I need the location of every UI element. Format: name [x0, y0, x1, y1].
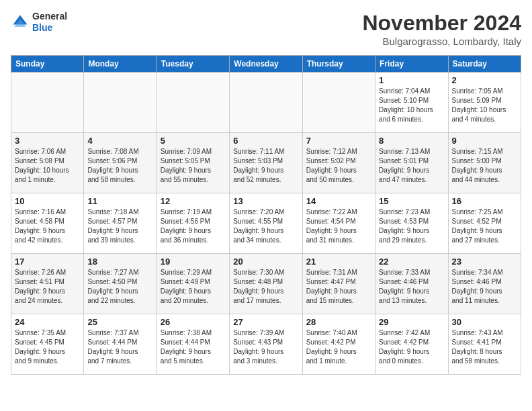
calendar-week-row: 24Sunrise: 7:35 AM Sunset: 4:45 PM Dayli… [11, 314, 521, 375]
day-number: 16 [452, 196, 517, 206]
day-number: 18 [87, 257, 152, 267]
day-info: Sunrise: 7:31 AM Sunset: 4:47 PM Dayligh… [306, 268, 371, 306]
day-info: Sunrise: 7:05 AM Sunset: 5:09 PM Dayligh… [452, 87, 517, 124]
day-number: 27 [233, 317, 298, 327]
calendar-week-row: 3Sunrise: 7:06 AM Sunset: 5:08 PM Daylig… [11, 133, 521, 193]
day-info: Sunrise: 7:25 AM Sunset: 4:52 PM Dayligh… [452, 208, 517, 245]
day-number: 14 [306, 196, 371, 206]
day-info: Sunrise: 7:27 AM Sunset: 4:50 PM Dayligh… [87, 268, 152, 306]
calendar-week-row: 17Sunrise: 7:26 AM Sunset: 4:51 PM Dayli… [11, 254, 521, 314]
day-number: 24 [15, 317, 80, 327]
calendar-day-cell: 18Sunrise: 7:27 AM Sunset: 4:50 PM Dayli… [84, 254, 157, 314]
day-info: Sunrise: 7:15 AM Sunset: 5:00 PM Dayligh… [452, 147, 517, 185]
day-info: Sunrise: 7:11 AM Sunset: 5:03 PM Dayligh… [233, 147, 298, 185]
weekday-header-tuesday: Tuesday [157, 56, 229, 73]
calendar-day-cell: 11Sunrise: 7:18 AM Sunset: 4:57 PM Dayli… [84, 193, 157, 254]
calendar-day-cell [84, 73, 157, 133]
day-info: Sunrise: 7:20 AM Sunset: 4:55 PM Dayligh… [233, 208, 298, 245]
calendar-day-cell: 15Sunrise: 7:23 AM Sunset: 4:53 PM Dayli… [375, 193, 448, 254]
day-info: Sunrise: 7:33 AM Sunset: 4:46 PM Dayligh… [379, 268, 444, 306]
calendar-day-cell: 8Sunrise: 7:13 AM Sunset: 5:01 PM Daylig… [375, 133, 448, 193]
calendar-day-cell: 25Sunrise: 7:37 AM Sunset: 4:44 PM Dayli… [84, 314, 157, 375]
day-number: 28 [306, 317, 371, 327]
month-title: November 2024 [362, 11, 521, 36]
page-header: General Blue November 2024 Bulgarograsso… [11, 11, 521, 47]
calendar-day-cell: 22Sunrise: 7:33 AM Sunset: 4:46 PM Dayli… [375, 254, 448, 314]
weekday-header-monday: Monday [84, 56, 157, 73]
day-info: Sunrise: 7:30 AM Sunset: 4:48 PM Dayligh… [233, 268, 298, 306]
calendar-day-cell: 12Sunrise: 7:19 AM Sunset: 4:56 PM Dayli… [157, 193, 229, 254]
day-number: 5 [161, 136, 226, 146]
logo-icon [11, 13, 30, 32]
calendar-day-cell: 24Sunrise: 7:35 AM Sunset: 4:45 PM Dayli… [11, 314, 84, 375]
day-info: Sunrise: 7:38 AM Sunset: 4:44 PM Dayligh… [161, 328, 226, 366]
calendar-day-cell: 6Sunrise: 7:11 AM Sunset: 5:03 PM Daylig… [230, 133, 302, 193]
day-info: Sunrise: 7:16 AM Sunset: 4:58 PM Dayligh… [15, 208, 80, 245]
calendar-day-cell: 23Sunrise: 7:34 AM Sunset: 4:46 PM Dayli… [448, 254, 521, 314]
calendar-day-cell: 21Sunrise: 7:31 AM Sunset: 4:47 PM Dayli… [302, 254, 375, 314]
calendar-day-cell: 16Sunrise: 7:25 AM Sunset: 4:52 PM Dayli… [448, 193, 521, 254]
calendar-week-row: 10Sunrise: 7:16 AM Sunset: 4:58 PM Dayli… [11, 193, 521, 254]
calendar-day-cell: 30Sunrise: 7:43 AM Sunset: 4:41 PM Dayli… [448, 314, 521, 375]
day-number: 4 [87, 136, 152, 146]
day-number: 8 [379, 136, 444, 146]
calendar-day-cell: 26Sunrise: 7:38 AM Sunset: 4:44 PM Dayli… [157, 314, 229, 375]
calendar-day-cell: 27Sunrise: 7:39 AM Sunset: 4:43 PM Dayli… [230, 314, 302, 375]
day-number: 26 [161, 317, 226, 327]
day-info: Sunrise: 7:34 AM Sunset: 4:46 PM Dayligh… [452, 268, 517, 306]
day-number: 17 [15, 257, 80, 267]
day-number: 11 [87, 196, 152, 206]
weekday-header-friday: Friday [375, 56, 448, 73]
day-info: Sunrise: 7:04 AM Sunset: 5:10 PM Dayligh… [379, 87, 444, 124]
day-info: Sunrise: 7:29 AM Sunset: 4:49 PM Dayligh… [161, 268, 226, 306]
day-info: Sunrise: 7:43 AM Sunset: 4:41 PM Dayligh… [452, 328, 517, 366]
day-info: Sunrise: 7:23 AM Sunset: 4:53 PM Dayligh… [379, 208, 444, 245]
day-number: 2 [452, 75, 517, 85]
calendar-day-cell: 9Sunrise: 7:15 AM Sunset: 5:00 PM Daylig… [448, 133, 521, 193]
calendar-day-cell: 13Sunrise: 7:20 AM Sunset: 4:55 PM Dayli… [230, 193, 302, 254]
day-number: 13 [233, 196, 298, 206]
day-number: 3 [15, 136, 80, 146]
day-info: Sunrise: 7:37 AM Sunset: 4:44 PM Dayligh… [87, 328, 152, 366]
day-number: 25 [87, 317, 152, 327]
calendar-day-cell [157, 73, 229, 133]
day-number: 7 [306, 136, 371, 146]
calendar-day-cell: 28Sunrise: 7:40 AM Sunset: 4:42 PM Dayli… [302, 314, 375, 375]
day-number: 15 [379, 196, 444, 206]
calendar-day-cell: 17Sunrise: 7:26 AM Sunset: 4:51 PM Dayli… [11, 254, 84, 314]
day-info: Sunrise: 7:08 AM Sunset: 5:06 PM Dayligh… [87, 147, 152, 185]
day-number: 29 [379, 317, 444, 327]
calendar-day-cell: 19Sunrise: 7:29 AM Sunset: 4:49 PM Dayli… [157, 254, 229, 314]
day-info: Sunrise: 7:06 AM Sunset: 5:08 PM Dayligh… [15, 147, 80, 185]
calendar-day-cell [302, 73, 375, 133]
day-number: 30 [452, 317, 517, 327]
calendar-day-cell: 5Sunrise: 7:09 AM Sunset: 5:05 PM Daylig… [157, 133, 229, 193]
day-number: 21 [306, 257, 371, 267]
calendar-day-cell: 29Sunrise: 7:42 AM Sunset: 4:42 PM Dayli… [375, 314, 448, 375]
day-info: Sunrise: 7:35 AM Sunset: 4:45 PM Dayligh… [15, 328, 80, 366]
calendar-day-cell: 20Sunrise: 7:30 AM Sunset: 4:48 PM Dayli… [230, 254, 302, 314]
day-info: Sunrise: 7:12 AM Sunset: 5:02 PM Dayligh… [306, 147, 371, 185]
title-area: November 2024 Bulgarograsso, Lombardy, I… [362, 11, 521, 47]
weekday-header-row: SundayMondayTuesdayWednesdayThursdayFrid… [11, 56, 521, 73]
day-number: 10 [15, 196, 80, 206]
calendar-day-cell: 14Sunrise: 7:22 AM Sunset: 4:54 PM Dayli… [302, 193, 375, 254]
day-info: Sunrise: 7:09 AM Sunset: 5:05 PM Dayligh… [161, 147, 226, 185]
day-info: Sunrise: 7:40 AM Sunset: 4:42 PM Dayligh… [306, 328, 371, 366]
calendar-day-cell [11, 73, 84, 133]
day-info: Sunrise: 7:22 AM Sunset: 4:54 PM Dayligh… [306, 208, 371, 245]
day-number: 23 [452, 257, 517, 267]
calendar-day-cell: 2Sunrise: 7:05 AM Sunset: 5:09 PM Daylig… [448, 73, 521, 133]
calendar-day-cell: 10Sunrise: 7:16 AM Sunset: 4:58 PM Dayli… [11, 193, 84, 254]
weekday-header-thursday: Thursday [302, 56, 375, 73]
day-info: Sunrise: 7:18 AM Sunset: 4:57 PM Dayligh… [87, 208, 152, 245]
day-info: Sunrise: 7:26 AM Sunset: 4:51 PM Dayligh… [15, 268, 80, 306]
calendar-day-cell: 3Sunrise: 7:06 AM Sunset: 5:08 PM Daylig… [11, 133, 84, 193]
logo-text: General Blue [32, 11, 67, 34]
day-number: 1 [379, 75, 444, 85]
location: Bulgarograsso, Lombardy, Italy [362, 36, 521, 47]
day-info: Sunrise: 7:19 AM Sunset: 4:56 PM Dayligh… [161, 208, 226, 245]
weekday-header-sunday: Sunday [11, 56, 84, 73]
day-number: 12 [161, 196, 226, 206]
weekday-header-saturday: Saturday [448, 56, 521, 73]
